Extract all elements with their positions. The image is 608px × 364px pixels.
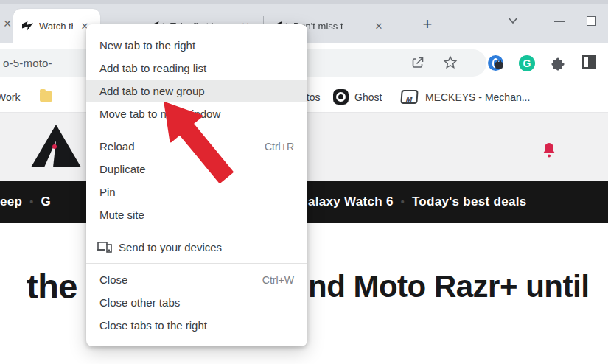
menu-shortcut: Ctrl+W [262,274,294,286]
chevron-down-icon[interactable] [507,16,519,25]
bullet-separator: • [29,196,33,208]
menu-item-label: Reload [99,140,135,153]
grammarly-extension-icon[interactable]: G [519,55,535,71]
headline-fragment: nd Moto Razr+ until [308,269,589,304]
meckeys-glyph: M [406,95,413,103]
menu-item-label: New tab to the right [99,39,195,52]
bell-icon[interactable] [542,141,556,158]
bookmark-star-icon[interactable] [442,55,458,71]
maximize-button[interactable] [587,16,596,26]
menu-item-new-tab-right[interactable]: New tab to the right [86,34,307,57]
menu-item-label: Send to your devices [119,241,222,253]
menu-item-label: Mute site [99,209,144,221]
menu-item-label: Add tab to reading list [99,62,206,74]
tab-divider [405,16,405,31]
nav-item-fragment[interactable]: leep•G [0,195,51,209]
menu-item-label: Pin [99,186,116,198]
extensions-puzzle-icon[interactable] [550,55,566,71]
menu-item-label: Duplicate [99,163,146,175]
menu-item-close-tabs-right[interactable]: Close tabs to the right [86,314,307,337]
window-frame-edge [0,0,608,4]
close-tab-icon[interactable]: ✕ [1,18,13,29]
menu-item-label: Close other tabs [99,296,180,309]
menu-shortcut: Ctrl+R [265,141,294,153]
ghost-favicon[interactable] [333,89,349,105]
folder-icon[interactable] [40,91,52,102]
nav-item-fragment[interactable]: alaxy Watch 6•Today's best deals [308,195,527,209]
tab-title: Watch th [39,21,73,32]
menu-item-close[interactable]: Close Ctrl+W [86,268,307,291]
onepassword-extension-icon[interactable] [488,55,503,71]
new-tab-button[interactable]: + [417,15,438,35]
menu-item-mute-site[interactable]: Mute site [86,203,307,226]
profile-avatar[interactable] [582,55,596,69]
menu-item-send-to-devices[interactable]: Send to your devices [86,236,307,259]
close-tab-icon[interactable]: ✕ [373,21,385,32]
nav-item-text: Today's best deals [412,195,527,209]
bookmark-work-folder[interactable]: Work [0,91,20,103]
bullet-separator: • [401,196,405,208]
menu-separator [86,231,307,231]
headline-fragment: the [27,266,77,307]
bookmark-meckeys[interactable]: MECKEYS - Mechan... [425,91,530,103]
minimize-button[interactable] [554,21,565,22]
menu-item-add-reading-list[interactable]: Add tab to reading list [86,57,307,80]
nav-item-text: G [41,195,51,209]
meckeys-favicon[interactable]: M [400,90,418,104]
lock-shackle [497,60,501,63]
share-icon[interactable] [410,55,426,71]
menu-separator [86,263,307,264]
site-favicon [22,21,33,31]
nav-item-text: alaxy Watch 6 [308,195,394,209]
android-police-logo [31,125,81,167]
devices-icon [97,241,112,253]
menu-item-label: Close tabs to the right [99,319,207,332]
url-text: o-5-moto- [3,57,52,69]
menu-item-label: Close [99,273,127,286]
red-pointer-arrow [140,94,243,192]
bookmark-ghost[interactable]: Ghost [354,91,382,103]
nav-item-text: leep [0,195,22,209]
menu-item-close-other-tabs[interactable]: Close other tabs [86,291,307,314]
